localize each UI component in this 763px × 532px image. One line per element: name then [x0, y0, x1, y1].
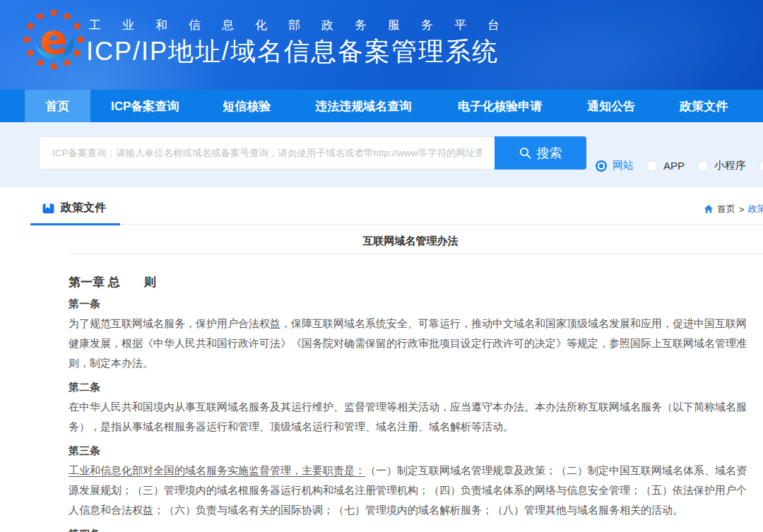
radio-unselected-icon [759, 160, 763, 172]
section-title: 政策文件 [61, 201, 106, 215]
article-label: 第四条 [69, 527, 752, 532]
book-icon [42, 203, 54, 214]
article-2: 第二条 在中华人民共和国境内从事互联网域名服务及其运行维护、监督管理等相关活动，… [69, 380, 752, 437]
search-input[interactable] [39, 136, 495, 170]
radio-option-website[interactable]: 网站 [596, 159, 634, 172]
miit-logo-icon: e [24, 6, 83, 69]
article-1: 第一条 为了规范互联网域名服务，保护用户合法权益，保障互联网域名系统安全、可靠运… [69, 297, 752, 373]
article-4: 第四条 各省、自治区、直辖市通信管理局对本行政区域内的域名服务实施监督管理，主要… [69, 527, 752, 532]
nav-item-policy-documents[interactable]: 政策文件 [670, 90, 738, 122]
search-icon [519, 147, 531, 159]
breadcrumb-separator: > [739, 204, 745, 215]
nav-item-notices[interactable]: 通知公告 [577, 90, 645, 122]
document-title: 互联网域名管理办法 [69, 235, 752, 248]
search-button[interactable]: 搜索 [495, 136, 586, 170]
system-title: ICP/IP地址/域名信息备案管理系统 [86, 35, 499, 69]
radio-unselected-icon [646, 160, 658, 172]
platform-name: 工业和信息化部政务服务平台 [89, 17, 521, 33]
nav-item-illegal-domain-query[interactable]: 违法违规域名查询 [305, 90, 421, 122]
underlined-phrase: 工业和信息化部对全国的域名服务实施监督管理，主要职责是： [69, 464, 365, 476]
nav-item-sms-verify[interactable]: 短信核验 [213, 90, 280, 122]
article-text: 在中华人民共和国境内从事互联网域名服务及其运行维护、监督管理等相关活动，应当遵守… [69, 397, 752, 437]
search-button-label: 搜索 [537, 145, 562, 162]
section-divider [30, 224, 763, 225]
radio-option-mini-program[interactable]: 小程序 [697, 159, 746, 172]
radio-selected-icon [596, 160, 607, 172]
home-icon [704, 204, 714, 214]
article-label: 第一条 [69, 297, 752, 311]
chapter-title: 第一章 总 则 [69, 276, 763, 290]
article-3: 第三条 工业和信息化部对全国的域名服务实施监督管理，主要职责是：（一）制定互联网… [69, 444, 752, 520]
radio-option-app[interactable]: APP [646, 160, 685, 172]
search-type-radio-group: 网站 APP 小程序 快应用 [596, 159, 763, 172]
tab-policy-documents: 政策文件 [42, 201, 106, 215]
radio-option-quick-app[interactable]: 快应用 [759, 159, 763, 172]
article-label: 第二条 [69, 380, 752, 394]
nav-item-electronic-verify[interactable]: 电子化核验申请 [448, 90, 552, 122]
search-section: 搜索 网站 APP 小程序 快应用 [0, 122, 763, 187]
page: e 工业和信息化部政务服务平台 ICP/IP地址/域名信息备案管理系统 首页 I… [0, 0, 763, 532]
tab-active-underline [30, 223, 120, 225]
section-head: 政策文件 首页 > 政策文件 [0, 196, 763, 225]
article-label: 第三条 [69, 444, 752, 458]
content-area: 政策文件 首页 > 政策文件 互联网域名管理办法 第一章 总 则 第一条 为了规… [0, 196, 763, 532]
nav-item-icp-query[interactable]: ICP备案查询 [101, 90, 189, 122]
document-divider [67, 254, 763, 254]
article-text: 为了规范互联网域名服务，保护用户合法权益，保障互联网域名系统安全、可靠运行，推动… [69, 314, 752, 373]
radio-unselected-icon [697, 160, 709, 172]
svg-text:e: e [40, 16, 67, 64]
main-nav: 首页 ICP备案查询 短信核验 违法违规域名查询 电子化核验申请 通知公告 政策… [0, 90, 763, 122]
breadcrumb-home[interactable]: 首页 [717, 203, 735, 215]
breadcrumb-current: 政策文件 [748, 203, 763, 215]
article-text: 工业和信息化部对全国的域名服务实施监督管理，主要职责是：（一）制定互联网域名管理… [69, 461, 752, 520]
breadcrumb: 首页 > 政策文件 [704, 203, 763, 215]
nav-item-home[interactable]: 首页 [25, 90, 90, 122]
site-header: e 工业和信息化部政务服务平台 ICP/IP地址/域名信息备案管理系统 [0, 0, 763, 90]
